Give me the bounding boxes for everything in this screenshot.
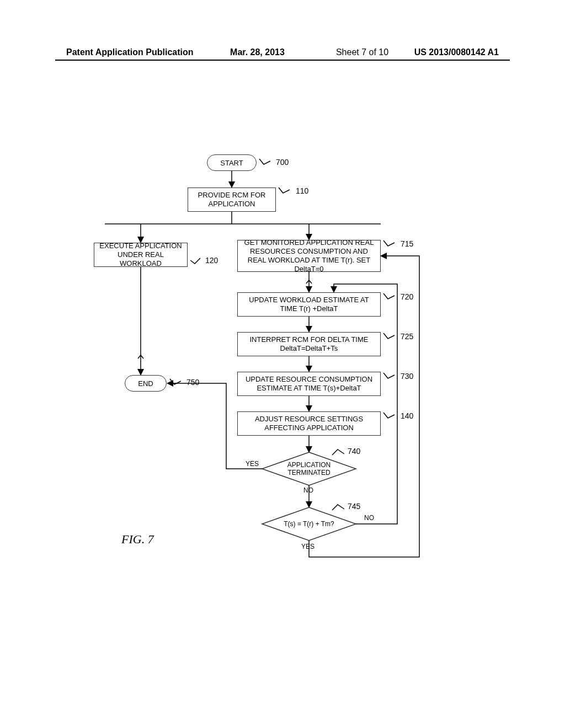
decision-740: APPLICATION TERMINATED	[262, 452, 356, 485]
decision-740-text: APPLICATION TERMINATED	[262, 452, 356, 485]
branch-745-no: NO	[364, 514, 374, 522]
lead-750-icon	[170, 379, 186, 387]
start-terminator: START	[207, 154, 257, 171]
lead-140-icon	[383, 413, 400, 420]
lead-110-icon	[279, 188, 295, 195]
box-720: UPDATE WORKLOAD ESTIMATE AT TIME T(r) +D…	[237, 292, 381, 317]
box-110-text: PROVIDE RCM FOR APPLICATION	[191, 191, 272, 209]
box-720-text: UPDATE WORKLOAD ESTIMATE AT TIME T(r) +D…	[241, 296, 377, 314]
ref-700: 700	[276, 158, 289, 167]
box-715-text: GET MONITORED APPLICATION REAL RESOURCES…	[241, 238, 377, 274]
ref-140: 140	[401, 411, 413, 420]
box-140: ADJUST RESOURCE SETTINGS AFFECTING APPLI…	[237, 411, 381, 436]
ref-745: 745	[348, 502, 360, 511]
ref-720: 720	[401, 292, 413, 301]
branch-745-yes: YES	[301, 543, 315, 550]
box-120: EXECUTE APPLICATION UNDER REAL WORKLOAD	[94, 243, 188, 267]
box-120-text: EXECUTE APPLICATION UNDER REAL WORKLOAD	[98, 242, 184, 269]
box-140-text: ADJUST RESOURCE SETTINGS AFFECTING APPLI…	[241, 415, 377, 433]
lead-700-icon	[259, 159, 276, 167]
header-publication: Patent Application Publication	[66, 47, 194, 57]
branch-740-yes: YES	[246, 460, 259, 468]
lead-730-icon	[383, 373, 400, 381]
lead-740-icon	[332, 448, 349, 456]
ref-740: 740	[348, 447, 360, 456]
flowchart-canvas: START 700 PROVIDE RCM FOR APPLICATION 11…	[55, 61, 510, 667]
start-label: START	[220, 159, 243, 167]
figure-label: FIG. 7	[121, 532, 154, 547]
ref-725: 725	[401, 332, 413, 341]
decision-745: T(s) = T(r) + Tm?	[262, 507, 356, 540]
end-terminator: END	[125, 375, 167, 392]
ref-120: 120	[205, 256, 218, 265]
box-725-text: INTERPRET RCM FOR DELTA TIME DeltaT=Delt…	[241, 335, 377, 354]
decision-745-text: T(s) = T(r) + Tm?	[262, 507, 356, 540]
end-label: END	[138, 379, 153, 388]
lead-720-icon	[383, 293, 400, 301]
lead-120-icon	[190, 257, 207, 265]
ref-715: 715	[401, 239, 413, 248]
box-715: GET MONITORED APPLICATION REAL RESOURCES…	[237, 240, 381, 272]
header-docnum: US 2013/0080142 A1	[414, 47, 499, 57]
ref-750: 750	[186, 378, 199, 387]
branch-740-no: NO	[303, 486, 313, 494]
box-730-text: UPDATE RESOURCE CONSUMPTION ESTIMATE AT …	[241, 375, 377, 393]
box-730: UPDATE RESOURCE CONSUMPTION ESTIMATE AT …	[237, 372, 381, 396]
lead-725-icon	[383, 333, 400, 341]
flow-lines	[55, 61, 510, 667]
lead-715-icon	[383, 240, 400, 248]
box-110: PROVIDE RCM FOR APPLICATION	[188, 188, 276, 212]
ref-110: 110	[296, 186, 308, 195]
page-header: Patent Application Publication Mar. 28, …	[66, 47, 499, 57]
lead-745-icon	[332, 504, 349, 511]
header-date: Mar. 28, 2013	[194, 47, 311, 57]
ref-730: 730	[401, 372, 413, 381]
box-725: INTERPRET RCM FOR DELTA TIME DeltaT=Delt…	[237, 332, 381, 356]
header-sheet: Sheet 7 of 10	[310, 47, 414, 57]
